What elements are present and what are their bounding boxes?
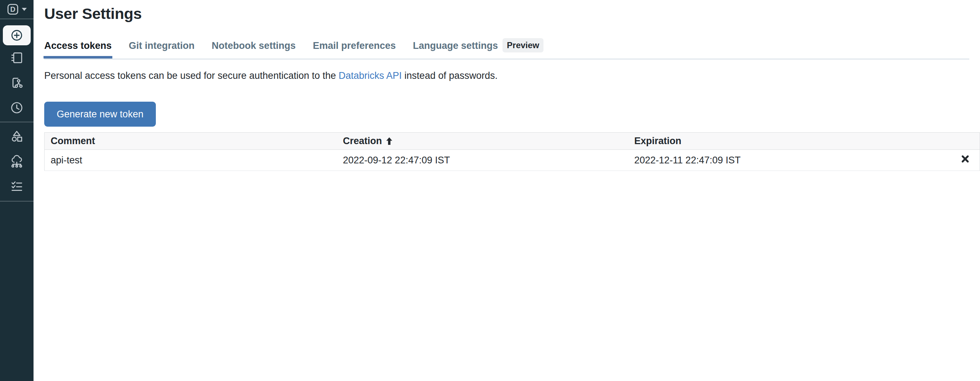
compute-cloud-icon bbox=[10, 155, 24, 168]
tab-email-preferences[interactable]: Email preferences bbox=[313, 40, 396, 57]
plus-circle-icon bbox=[10, 29, 23, 42]
column-label: Expiration bbox=[635, 136, 681, 146]
table-header-row: Comment Creation Expiration bbox=[45, 133, 980, 150]
sidebar-divider bbox=[0, 201, 33, 202]
column-header-expiration[interactable]: Expiration bbox=[628, 133, 941, 150]
column-label: Creation bbox=[343, 136, 382, 147]
clock-icon bbox=[10, 101, 24, 115]
token-description: Personal access tokens can be used for s… bbox=[44, 70, 980, 81]
tab-language-settings[interactable]: Language settings Preview bbox=[413, 38, 544, 59]
sidebar-item-workspace[interactable] bbox=[0, 45, 33, 70]
tab-access-tokens[interactable]: Access tokens bbox=[44, 40, 111, 57]
delete-token-button[interactable] bbox=[961, 155, 970, 163]
tokens-table: Comment Creation Expiration a bbox=[44, 132, 980, 171]
tab-label: Email preferences bbox=[313, 40, 396, 51]
chevron-down-icon bbox=[22, 8, 27, 11]
description-text: instead of passwords. bbox=[402, 70, 498, 81]
tab-git-integration[interactable]: Git integration bbox=[129, 40, 195, 57]
column-header-actions bbox=[941, 133, 980, 150]
tab-label: Access tokens bbox=[44, 40, 111, 51]
column-label: Comment bbox=[51, 136, 95, 146]
column-header-comment[interactable]: Comment bbox=[45, 133, 337, 150]
token-expiration-cell: 2022-12-11 22:47:09 IST bbox=[628, 150, 941, 171]
svg-text:D: D bbox=[10, 5, 15, 13]
tab-label: Notebook settings bbox=[212, 40, 296, 51]
sidebar-divider bbox=[0, 122, 33, 122]
close-x-icon bbox=[961, 155, 970, 163]
token-row: api-test 2022-09-12 22:47:09 IST 2022-12… bbox=[45, 150, 980, 171]
repos-git-folder-icon bbox=[10, 76, 24, 89]
page-title: User Settings bbox=[44, 5, 980, 22]
token-comment-cell: api-test bbox=[45, 150, 337, 171]
notebook-icon bbox=[10, 51, 24, 65]
sidebar-item-recents[interactable] bbox=[0, 95, 33, 120]
tab-notebook-settings[interactable]: Notebook settings bbox=[212, 40, 296, 57]
description-text: Personal access tokens can be used for s… bbox=[44, 70, 339, 81]
sidebar: D bbox=[0, 0, 33, 381]
databricks-api-link[interactable]: Databricks API bbox=[339, 70, 402, 81]
settings-tabs: Access tokens Git integration Notebook s… bbox=[44, 38, 969, 60]
main-content: User Settings Access tokens Git integrat… bbox=[33, 0, 980, 381]
sidebar-item-data[interactable] bbox=[0, 124, 33, 149]
sort-arrow-up-icon bbox=[385, 137, 393, 145]
sidebar-item-repos[interactable] bbox=[0, 70, 33, 95]
token-creation-cell: 2022-09-12 22:47:09 IST bbox=[337, 150, 628, 171]
databricks-logo-icon: D bbox=[7, 3, 19, 15]
token-actions-cell bbox=[941, 150, 980, 171]
generate-token-button[interactable]: Generate new token bbox=[44, 102, 156, 127]
create-button[interactable] bbox=[3, 26, 31, 45]
checklist-icon bbox=[10, 179, 24, 193]
sidebar-item-compute[interactable] bbox=[0, 149, 33, 174]
tab-label: Git integration bbox=[129, 40, 195, 51]
column-header-creation[interactable]: Creation bbox=[337, 133, 628, 150]
sidebar-item-jobs[interactable] bbox=[0, 174, 33, 199]
workspace-logo-button[interactable]: D bbox=[0, 0, 33, 19]
tab-label: Language settings bbox=[413, 40, 498, 51]
data-shapes-icon bbox=[10, 129, 24, 143]
preview-badge: Preview bbox=[503, 38, 544, 53]
